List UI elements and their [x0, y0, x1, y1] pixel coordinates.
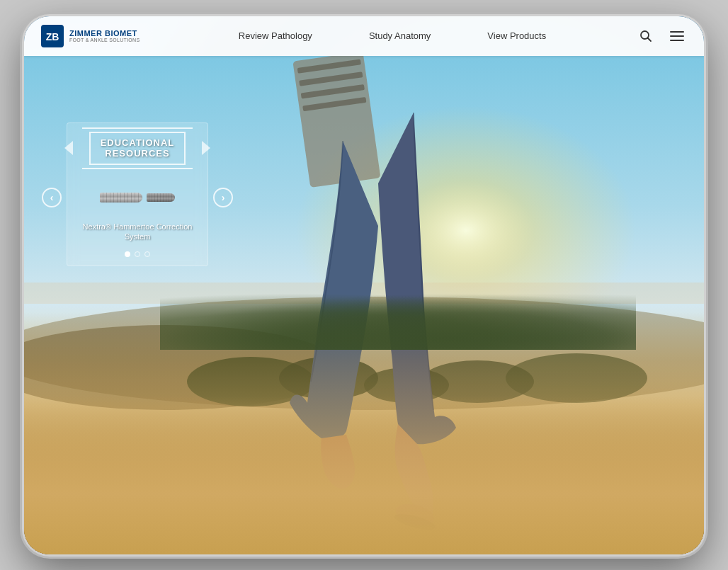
tablet-screen: ZB ZIMMER BIOMET FOOT & ANKLE SOLUTIONS …	[24, 16, 704, 554]
svg-line-21	[648, 38, 652, 41]
carousel-dot-1[interactable]	[125, 251, 130, 257]
product-name-text: Nextra® Hammertoe Correction System	[77, 222, 198, 242]
logo-brand: ZIMMER BIOMET	[69, 29, 140, 38]
implant-threads-1	[100, 193, 142, 203]
educational-resources-badge: EDUCATIONAL RESOURCES	[77, 132, 198, 165]
nav-view-products[interactable]: View Products	[487, 30, 546, 41]
logo-subtitle: FOOT & ANKLE SOLUTIONS	[69, 38, 140, 43]
card-caption: Nextra® Hammertoe Correction System	[67, 219, 207, 246]
search-button[interactable]	[636, 26, 656, 46]
hero-background	[24, 16, 704, 554]
product-name: Nextra® Hammertoe Correction System	[83, 222, 193, 241]
hamburger-icon	[670, 31, 684, 41]
nav-links: Review Pathology Study Anatomy View Prod…	[154, 30, 630, 41]
nav-study-anatomy[interactable]: Study Anatomy	[369, 30, 431, 41]
implant-body-1	[100, 193, 142, 203]
carousel-prev-button[interactable]: ‹	[42, 188, 62, 207]
implant-body-2	[147, 193, 175, 202]
menu-button[interactable]	[667, 26, 687, 46]
search-icon	[639, 30, 652, 42]
navbar: ZB ZIMMER BIOMET FOOT & ANKLE SOLUTIONS …	[24, 16, 704, 56]
shrubs	[160, 293, 636, 350]
logo-text: ZIMMER BIOMET FOOT & ANKLE SOLUTIONS	[69, 29, 140, 43]
carousel-dots	[67, 246, 207, 266]
svg-text:ZB: ZB	[46, 31, 59, 42]
carousel-dot-3[interactable]	[144, 251, 150, 257]
logo-area: ZB ZIMMER BIOMET FOOT & ANKLE SOLUTIONS	[41, 25, 154, 47]
nav-review-pathology[interactable]: Review Pathology	[239, 30, 312, 41]
card-header: EDUCATIONAL RESOURCES	[67, 123, 207, 176]
tablet-frame: ZB ZIMMER BIOMET FOOT & ANKLE SOLUTIONS …	[24, 16, 704, 554]
badge-text-line1: EDUCATIONAL	[101, 137, 175, 149]
badge-outline: EDUCATIONAL RESOURCES	[89, 132, 186, 165]
card-image-area: ‹ ›	[67, 176, 207, 219]
implant-threads-2	[147, 193, 175, 202]
nav-actions	[630, 26, 687, 46]
carousel-dot-2[interactable]	[135, 251, 140, 257]
implant-image	[100, 193, 175, 203]
product-card: EDUCATIONAL RESOURCES ‹ ›	[67, 122, 208, 267]
badge-text-line2: RESOURCES	[101, 148, 175, 159]
badge-left-triangle	[64, 141, 73, 155]
zimmer-biomet-logo-icon: ZB	[41, 25, 64, 47]
carousel-next-button[interactable]: ›	[213, 188, 233, 207]
badge-right-triangle	[202, 141, 210, 155]
